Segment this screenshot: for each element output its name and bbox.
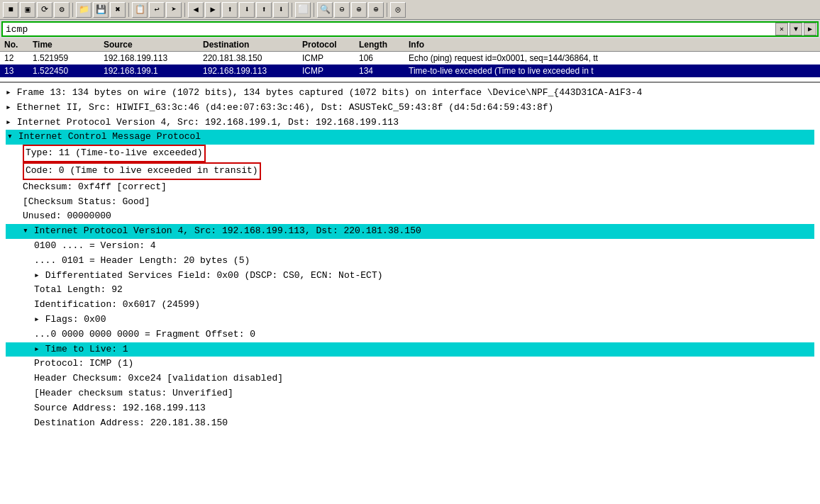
toolbar-btn-open[interactable]: ▣ [20, 2, 35, 18]
toolbar-btn-folder[interactable]: 📁 [76, 2, 92, 18]
cell-source: 192.168.199.113 [102, 52, 201, 64]
icmp-section-text: Internet Control Message Protocol [18, 131, 201, 142]
col-no: No. [3, 39, 31, 50]
toolbar-btn-settings[interactable]: ⚙ [54, 2, 70, 18]
inner-ip-ttl-field[interactable]: ▸ Time to Live: 1 [6, 342, 814, 357]
inner-ip-ttl-text: Time to Live: 1 [45, 344, 128, 354]
toolbar-sep-2 [128, 3, 129, 17]
filter-apply-button[interactable]: ▶ [804, 23, 816, 35]
packet-list-header: No. Time Source Destination Protocol Len… [0, 38, 820, 52]
toolbar-btn-up[interactable]: ⬆ [222, 2, 238, 18]
frame-text: Frame 13: 134 bytes on wire (1072 bits),… [17, 87, 643, 98]
ipv4-outer-section[interactable]: ▸ Internet Protocol Version 4, Src: 192.… [6, 116, 814, 130]
toolbar-btn-save[interactable]: 💾 [93, 2, 109, 18]
col-info: Info [407, 39, 817, 50]
toolbar: ■ ▣ ⟳ ⚙ 📁 💾 ✖ 📋 ↩ ➤ ◀ ▶ ⬆ ⬇ ⬆ ⬇ ⬜ 🔍 ⊖ ⊕ … [0, 0, 820, 20]
inner-ip-frag-offset-text: ...0 0000 0000 0000 = Fragment Offset: 0 [34, 329, 255, 340]
icmp-type-field: Type: 11 (Time-to-live exceeded) [6, 145, 814, 162]
inner-ip-flags[interactable]: ▸ Flags: 0x00 [6, 313, 814, 327]
toolbar-sep-4 [292, 3, 292, 17]
toolbar-sep-3 [184, 3, 185, 17]
toolbar-btn-down2[interactable]: ⬇ [273, 2, 289, 18]
inner-ip-section[interactable]: ▾ Internet Protocol Version 4, Src: 192.… [6, 224, 814, 239]
toolbar-btn-close[interactable]: ✖ [110, 2, 126, 18]
inner-ip-dsfield[interactable]: ▸ Differentiated Services Field: 0x00 (D… [6, 269, 814, 284]
toolbar-btn-zoom-in[interactable]: ⊕ [351, 2, 367, 18]
icmp-checksum-status-text: [Checksum Status: Good] [23, 196, 150, 207]
inner-ip-total-len-field: Total Length: 92 [6, 283, 814, 298]
col-source: Source [102, 39, 201, 50]
detail-panel: ▸ Frame 13: 134 bytes on wire (1072 bits… [0, 83, 820, 504]
filter-input[interactable] [3, 24, 775, 35]
cell-length: 106 [358, 52, 407, 64]
inner-ip-version-field: 0100 .... = Version: 4 [6, 239, 814, 254]
col-destination: Destination [201, 39, 301, 50]
icmp-code-field: Code: 0 (Time to live exceeded in transi… [6, 162, 814, 180]
inner-ip-header-len-field: .... 0101 = Header Length: 20 bytes (5) [6, 254, 814, 269]
col-protocol: Protocol [301, 39, 358, 50]
inner-ip-total-len-text: Total Length: 92 [34, 284, 123, 295]
inner-ip-dst-field: Destination Address: 220.181.38.150 [6, 416, 814, 431]
icmp-checksum-text: Checksum: 0xf4ff [correct] [23, 181, 167, 192]
toolbar-sep-6 [387, 3, 387, 17]
frame-section[interactable]: ▸ Frame 13: 134 bytes on wire (1072 bits… [6, 86, 814, 101]
table-row[interactable]: 12 1.521959 192.168.199.113 220.181.38.1… [0, 52, 820, 65]
toolbar-btn-zoom-fit[interactable]: 🔍 [317, 2, 333, 18]
packet-list: No. Time Source Destination Protocol Len… [0, 38, 820, 83]
cell-destination: 192.168.199.113 [201, 65, 301, 77]
expand-icon: ▸ [6, 102, 17, 113]
inner-ip-src-field: Source Address: 192.168.199.113 [6, 401, 814, 416]
main-content: No. Time Source Destination Protocol Len… [0, 38, 820, 504]
expand-icon: ▾ [7, 131, 18, 142]
inner-ip-dsfield-text: Differentiated Services Field: 0x00 (DSC… [45, 270, 383, 281]
icmp-section[interactable]: ▾ Internet Control Message Protocol [6, 130, 814, 145]
cell-source: 192.168.199.1 [102, 65, 201, 77]
inner-ip-id-text: Identification: 0x6017 (24599) [34, 299, 200, 310]
toolbar-btn-undo[interactable]: ↩ [149, 2, 165, 18]
cell-time: 1.521959 [31, 52, 102, 64]
icmp-checksum-status-field: [Checksum Status: Good] [6, 195, 814, 210]
inner-ip-protocol-field: Protocol: ICMP (1) [6, 357, 814, 371]
table-row[interactable]: 13 1.522450 192.168.199.1 192.168.199.11… [0, 65, 820, 77]
filter-bar: ✕ ▼ ▶ [1, 21, 819, 37]
toolbar-btn-back[interactable]: ◀ [188, 2, 204, 18]
icmp-type-value: Type: 11 (Time-to-live exceeded) [23, 145, 206, 162]
expand-icon: ▸ [6, 117, 17, 128]
expand-icon: ▸ [34, 344, 45, 354]
packet-list-spacer [0, 77, 820, 82]
inner-ip-hdr-checksum-text: Header Checksum: 0xce24 [validation disa… [34, 373, 283, 383]
toolbar-btn-up2[interactable]: ⬆ [256, 2, 272, 18]
inner-ip-hdr-checksum-status: [Header checksum status: Unverified] [6, 386, 814, 401]
ethernet-section[interactable]: ▸ Ethernet II, Src: HIWIFI_63:3c:46 (d4:… [6, 101, 814, 116]
cell-no: 12 [3, 52, 31, 64]
toolbar-sep-1 [72, 3, 73, 17]
inner-ip-id-field: Identification: 0x6017 (24599) [6, 298, 814, 313]
inner-ip-src-text: Source Address: 192.168.199.113 [34, 403, 206, 413]
toolbar-btn-down[interactable]: ⬇ [239, 2, 255, 18]
toolbar-btn-reload[interactable]: ⟳ [37, 2, 52, 18]
ipv4-outer-text: Internet Protocol Version 4, Src: 192.16… [17, 117, 399, 128]
toolbar-btn-colorize[interactable]: ⬜ [295, 2, 311, 18]
icmp-checksum-field: Checksum: 0xf4ff [correct] [6, 180, 814, 195]
icmp-unused-field: Unused: 00000000 [6, 209, 814, 224]
toolbar-btn-file[interactable]: ■ [3, 2, 18, 18]
ethernet-text: Ethernet II, Src: HIWIFI_63:3c:46 (d4:ee… [17, 102, 554, 113]
expand-icon: ▸ [34, 270, 45, 281]
inner-ip-header-len-text: .... 0101 = Header Length: 20 bytes (5) [34, 255, 250, 266]
inner-ip-hdr-checksum-field: Header Checksum: 0xce24 [validation disa… [6, 371, 814, 386]
toolbar-sep-5 [314, 3, 314, 17]
filter-close-button[interactable]: ✕ [775, 23, 788, 35]
expand-icon: ▸ [34, 314, 45, 325]
cell-destination: 220.181.38.150 [201, 52, 301, 64]
col-length: Length [358, 39, 407, 50]
toolbar-btn-zoom-in2[interactable]: ⊕ [368, 2, 384, 18]
toolbar-btn-stream[interactable]: ◎ [390, 2, 406, 18]
inner-ip-flags-text: Flags: 0x00 [45, 314, 106, 325]
filter-dropdown-button[interactable]: ▼ [789, 23, 802, 35]
toolbar-btn-copy[interactable]: 📋 [132, 2, 148, 18]
toolbar-btn-zoom-out[interactable]: ⊖ [334, 2, 350, 18]
col-time: Time [31, 39, 102, 50]
toolbar-btn-forward[interactable]: ▶ [205, 2, 221, 18]
inner-ip-hdr-checksum-status-text: [Header checksum status: Unverified] [34, 388, 233, 398]
toolbar-btn-go[interactable]: ➤ [166, 2, 182, 18]
